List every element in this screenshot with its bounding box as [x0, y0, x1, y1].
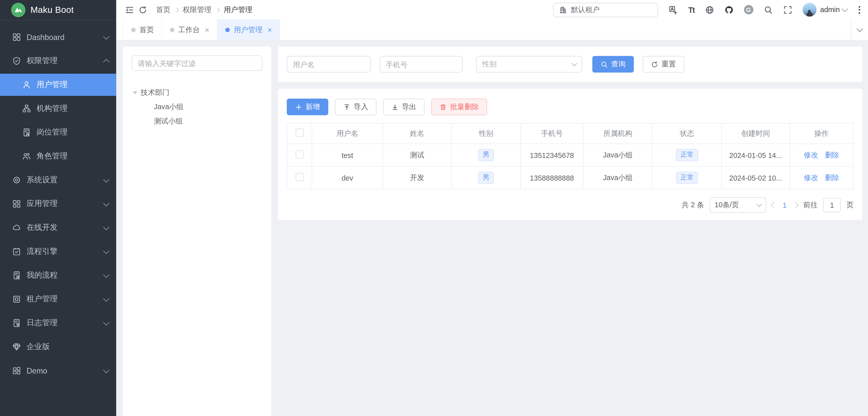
close-icon[interactable]: ×: [205, 26, 209, 33]
users-table: 用户名 姓名 性别 手机号 所属机构 状态 创建时间 操作 test 测试: [287, 123, 854, 189]
sidebar-item-role-mgmt[interactable]: 角色管理: [0, 145, 116, 167]
logo[interactable]: Maku Boot: [0, 0, 116, 21]
sidebar-item-post-mgmt[interactable]: 岗位管理: [0, 121, 116, 143]
users-icon: [22, 152, 31, 161]
edit-link[interactable]: 修改: [804, 173, 818, 183]
tree-node-child[interactable]: 测试小组: [132, 114, 262, 128]
tab-user-mgmt[interactable]: 用户管理 ×: [218, 19, 280, 40]
page-size-select[interactable]: 10条/页: [709, 197, 766, 213]
search-icon[interactable]: [764, 5, 773, 14]
pagination-total: 共 2 条: [682, 200, 704, 210]
tabs-dropdown-button[interactable]: [851, 19, 868, 40]
sidebar-item-workflow[interactable]: 流程引擎: [0, 240, 116, 263]
breadcrumb-home[interactable]: 首页: [156, 5, 170, 15]
tree-node-child[interactable]: Java小组: [132, 100, 262, 114]
cell-org: Java小组: [583, 144, 652, 167]
search-button[interactable]: 查询: [592, 56, 634, 72]
edit-link[interactable]: 修改: [804, 150, 818, 160]
col-mobile: 手机号: [521, 123, 583, 144]
user-menu[interactable]: admin: [820, 5, 847, 14]
reset-button[interactable]: 重置: [643, 56, 684, 72]
translate-icon[interactable]: [669, 5, 678, 14]
col-name: 姓名: [383, 123, 451, 144]
tab-home[interactable]: 首页: [123, 19, 162, 40]
goto-page-input[interactable]: [823, 198, 841, 212]
export-button[interactable]: 导出: [383, 98, 425, 115]
app-root: Maku Boot Dashboard 权限管理 用户管理 机构管理: [0, 0, 868, 416]
collapse-sidebar-icon[interactable]: [125, 5, 134, 14]
tree-filter-input[interactable]: [132, 55, 262, 71]
import-button[interactable]: 导入: [335, 98, 376, 115]
demo-grid-icon: [12, 366, 21, 375]
gitee-icon[interactable]: G: [744, 5, 753, 14]
gender-select[interactable]: 性别: [476, 56, 582, 72]
next-page-icon[interactable]: [793, 202, 799, 208]
chevron-down-icon: [103, 176, 109, 182]
prev-page-icon[interactable]: [771, 202, 777, 208]
tab-label: 用户管理: [234, 25, 262, 35]
tabs-bar: 首页 工作台 × 用户管理 ×: [116, 19, 868, 40]
sidebar-item-app-mgmt[interactable]: 应用管理: [0, 193, 116, 215]
apps-grid-icon: [12, 200, 21, 208]
sidebar-item-my-flow[interactable]: 我的流程: [0, 264, 116, 287]
sidebar-item-label: 我的流程: [27, 270, 98, 280]
sidebar-item-label: 机构管理: [36, 103, 108, 114]
github-icon[interactable]: [724, 5, 733, 14]
col-status: 状态: [652, 123, 721, 144]
sidebar-item-demo[interactable]: Demo: [0, 360, 116, 382]
sidebar-item-log-mgmt[interactable]: 日志管理: [0, 312, 116, 334]
status-badge: 正常: [676, 149, 698, 161]
refresh-icon[interactable]: [138, 5, 147, 14]
add-button[interactable]: 新增: [287, 98, 328, 115]
chevron-down-icon: [103, 271, 109, 278]
fullscreen-icon[interactable]: [783, 5, 792, 14]
reset-button-label: 重置: [661, 59, 676, 69]
sidebar-item-org-mgmt[interactable]: 机构管理: [0, 97, 116, 120]
breadcrumb: 首页 权限管理 用户管理: [156, 5, 252, 15]
sidebar-item-online-dev[interactable]: 在线开发: [0, 216, 116, 239]
tree-expand-caret-icon[interactable]: [133, 91, 137, 94]
current-page[interactable]: 1: [781, 201, 788, 209]
sidebar-item-label: 企业版: [27, 342, 108, 352]
close-icon[interactable]: ×: [268, 26, 272, 33]
sidebar-item-tenant-mgmt[interactable]: 租户管理: [0, 288, 116, 310]
logo-icon: [11, 3, 25, 17]
col-org: 所属机构: [583, 123, 652, 144]
table-header-row: 用户名 姓名 性别 手机号 所属机构 状态 创建时间 操作: [287, 123, 853, 144]
tenant-select[interactable]: 默认租户: [553, 2, 658, 17]
chevron-down-icon: [103, 200, 109, 206]
upload-icon: [343, 103, 350, 111]
user-avatar[interactable]: [802, 3, 816, 17]
mobile-filter-input[interactable]: [380, 56, 463, 72]
search-button-label: 查询: [611, 59, 625, 69]
gender-badge: 男: [478, 172, 494, 184]
breadcrumb-permission[interactable]: 权限管理: [183, 5, 212, 15]
diamond-icon: [12, 342, 21, 351]
sidebar-item-dashboard[interactable]: Dashboard: [0, 26, 116, 48]
import-button-label: 导入: [354, 102, 368, 112]
tab-workbench[interactable]: 工作台 ×: [162, 19, 218, 40]
delete-link[interactable]: 删除: [825, 150, 839, 160]
row-checkbox[interactable]: [295, 150, 304, 158]
calendar-check-icon: [12, 247, 21, 256]
sidebar-item-permission[interactable]: 权限管理: [0, 50, 116, 72]
select-all-checkbox[interactable]: [295, 128, 304, 137]
table-toolbar: 新增 导入 导出 批量删除: [287, 98, 854, 115]
username-filter-input[interactable]: [287, 56, 371, 72]
delete-link[interactable]: 删除: [825, 173, 839, 183]
sidebar-item-system[interactable]: 系统设置: [0, 169, 116, 191]
col-created: 创建时间: [721, 123, 789, 144]
font-size-icon[interactable]: Tt: [688, 5, 694, 14]
language-globe-icon[interactable]: [705, 5, 714, 14]
sidebar-menu: Dashboard 权限管理 用户管理 机构管理 岗位管理: [0, 21, 116, 382]
chevron-down-icon: [103, 367, 109, 373]
document-person-icon: [12, 271, 21, 280]
row-checkbox[interactable]: [295, 173, 304, 181]
sidebar-item-user-mgmt[interactable]: 用户管理: [0, 74, 116, 96]
sidebar-item-label: 流程引擎: [27, 246, 98, 257]
sidebar-item-enterprise[interactable]: 企业版: [0, 336, 116, 358]
more-settings-icon[interactable]: [858, 5, 861, 15]
batch-delete-button[interactable]: 批量删除: [431, 98, 487, 115]
tree-node-root[interactable]: 技术部门: [132, 85, 262, 99]
chevron-down-icon: [842, 6, 848, 12]
